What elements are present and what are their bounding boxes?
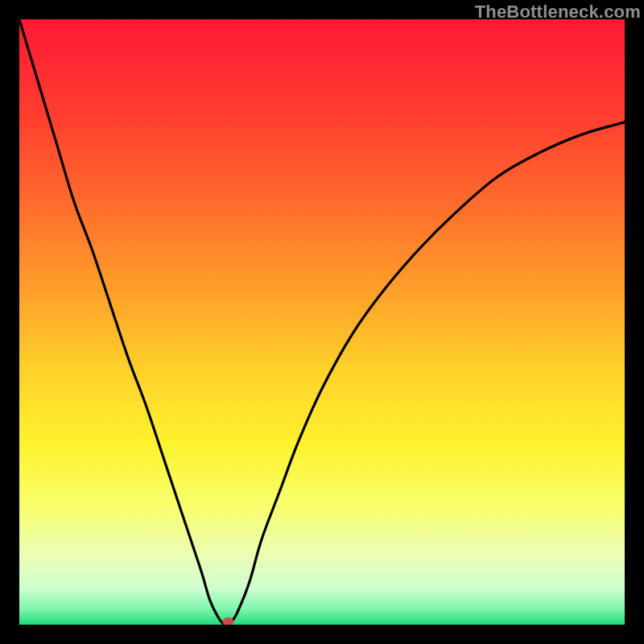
chart-background (19, 19, 625, 625)
chart-frame (19, 19, 625, 625)
chart-svg (19, 19, 625, 625)
watermark-text: TheBottleneck.com (475, 2, 641, 23)
